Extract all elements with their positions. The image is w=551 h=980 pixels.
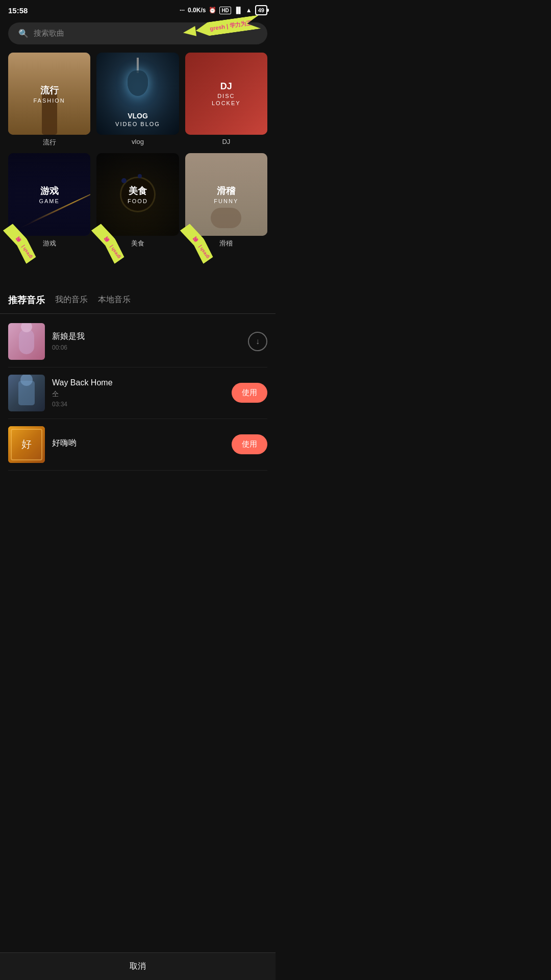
signal-icon: ▐▌ — [234, 7, 243, 14]
category-game[interactable]: 游戏 GAME 游戏 gresh | 学力为王 — [8, 153, 90, 248]
category-vlog-thumb: VLOG VIDEO BLOG — [96, 53, 179, 135]
category-funny[interactable]: 滑稽 FUNNY 滑稽 gresh | 学力为王 — [185, 153, 267, 248]
tab-recommended[interactable]: 推荐音乐 — [8, 292, 45, 308]
status-right: ··· 0.0K/s ⏰ HD ▐▌ ▲ 49 — [180, 5, 267, 15]
song-artist-wayback: 仝 — [52, 389, 224, 399]
song-item-xinliang[interactable]: 新娘是我 00:06 ↓ — [8, 316, 267, 368]
song-thumb-wayback — [8, 375, 45, 411]
hd-badge: HD — [219, 7, 231, 14]
category-vlog[interactable]: VLOG VIDEO BLOG vlog — [96, 53, 179, 147]
search-icon: 🔍 — [18, 29, 29, 38]
song-thumb-hainiao: 好 — [8, 426, 45, 463]
song-title-xinliang: 新娘是我 — [52, 331, 241, 342]
song-info-hainiao: 好嗨哟 — [52, 438, 224, 451]
use-button-hainiao[interactable]: 使用 — [232, 434, 267, 454]
use-button-wayback[interactable]: 使用 — [232, 383, 267, 403]
status-dots: ··· — [180, 7, 185, 14]
category-dj[interactable]: DJ DISC LOCKEY DJ — [185, 53, 267, 147]
song-item-hainiao[interactable]: 好 好嗨哟 使用 — [8, 419, 267, 471]
category-game-label: 游戏 — [43, 239, 56, 248]
download-button-xinliang[interactable]: ↓ — [248, 332, 267, 351]
song-thumb-xinliang — [8, 323, 45, 360]
song-title-wayback: Way Back Home — [52, 378, 224, 387]
song-item-wayback[interactable]: Way Back Home 仝 03:34 使用 — [8, 368, 267, 419]
tab-local-music[interactable]: 本地音乐 — [98, 292, 131, 307]
category-grid: 流行 FASHION 流行 VLOG VIDEO BLOG vlog DJ DI… — [0, 53, 276, 256]
category-fashion-label: 流行 — [43, 138, 56, 147]
search-container: 🔍 搜索歌曲 gresh | 学力为王 — [0, 18, 276, 53]
category-game-thumb: 游戏 GAME — [8, 153, 90, 235]
category-vlog-label: vlog — [132, 138, 144, 145]
song-duration-xinliang: 00:06 — [52, 344, 241, 351]
search-placeholder: 搜索歌曲 — [34, 29, 64, 38]
category-funny-thumb: 滑稽 FUNNY — [185, 153, 267, 235]
network-speed: 0.0K/s — [188, 7, 206, 14]
song-duration-wayback: 03:34 — [52, 401, 224, 408]
music-tabs: 推荐音乐 我的音乐 本地音乐 — [0, 287, 276, 314]
alarm-icon: ⏰ — [209, 7, 216, 14]
category-funny-label: 滑稽 — [219, 239, 233, 248]
song-title-hainiao: 好嗨哟 — [52, 438, 224, 449]
battery-indicator: 49 — [255, 5, 267, 15]
category-dj-label: DJ — [222, 138, 230, 145]
category-dj-thumb: DJ DISC LOCKEY — [185, 53, 267, 135]
song-list: 新娘是我 00:06 ↓ Way Back Home 仝 03:34 使用 好 — [0, 316, 276, 471]
category-fashion-thumb: 流行 FASHION — [8, 53, 90, 135]
wifi-icon: ▲ — [246, 7, 252, 14]
category-food-thumb: 美食 FOOD — [96, 153, 179, 235]
category-fashion[interactable]: 流行 FASHION 流行 — [8, 53, 90, 147]
category-food[interactable]: 美食 FOOD 美食 gresh | 学力为王 — [96, 153, 179, 248]
status-time: 15:58 — [8, 6, 28, 15]
category-food-label: 美食 — [131, 239, 144, 248]
song-info-wayback: Way Back Home 仝 03:34 — [52, 378, 224, 408]
tab-my-music[interactable]: 我的音乐 — [55, 292, 88, 307]
song-info-xinliang: 新娘是我 00:06 — [52, 331, 241, 351]
status-bar: 15:58 ··· 0.0K/s ⏰ HD ▐▌ ▲ 49 — [0, 0, 276, 18]
